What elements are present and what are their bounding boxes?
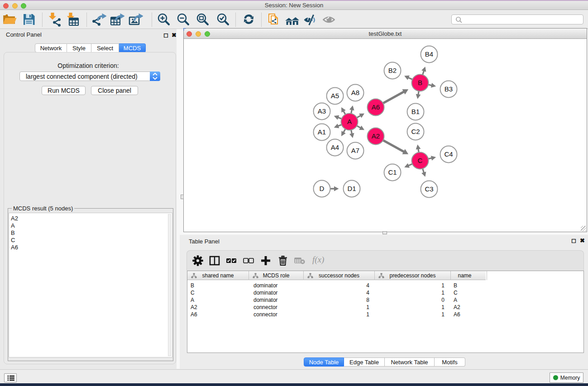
svg-text:B2: B2 <box>388 67 397 74</box>
svg-text:B4: B4 <box>425 50 433 58</box>
svg-text:D1: D1 <box>347 185 356 192</box>
svg-text:A2: A2 <box>372 132 380 140</box>
svg-text:C4: C4 <box>444 150 453 158</box>
svg-text:A6: A6 <box>372 103 380 111</box>
svg-text:A4: A4 <box>331 143 339 151</box>
svg-text:B3: B3 <box>445 85 453 93</box>
svg-text:B1: B1 <box>411 108 420 115</box>
svg-text:A8: A8 <box>351 89 359 96</box>
svg-text:B: B <box>418 79 422 86</box>
svg-text:A5: A5 <box>331 92 339 100</box>
svg-text:A3: A3 <box>318 107 326 115</box>
svg-text:C2: C2 <box>411 128 420 135</box>
svg-text:C1: C1 <box>388 168 397 176</box>
svg-text:C3: C3 <box>425 185 433 193</box>
svg-text:D: D <box>320 185 325 192</box>
svg-text:A7: A7 <box>351 147 359 154</box>
svg-text:A: A <box>347 118 352 125</box>
svg-text:A1: A1 <box>318 128 326 136</box>
svg-text:C: C <box>418 157 423 164</box>
